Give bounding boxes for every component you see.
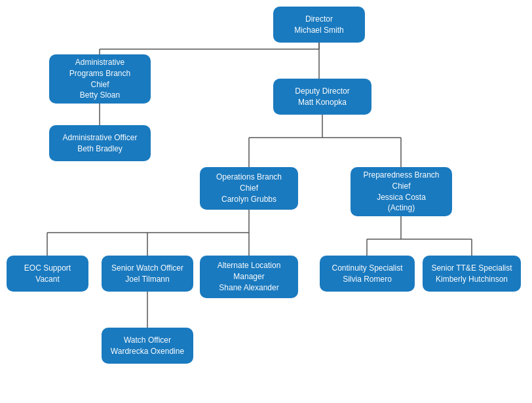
- operations-node: Operations Branch Chief Carolyn Grubbs: [200, 167, 298, 210]
- continuity-node: Continuity Specialist Silvia Romero: [320, 256, 415, 292]
- director-node: Director Michael Smith: [273, 7, 365, 43]
- senior-watch-node: Senior Watch Officer Joel Tilmann: [102, 256, 193, 292]
- org-chart: Director Michael Smith Deputy Director M…: [0, 0, 532, 403]
- admin-programs-node: Administrative Programs Branch Chief Bet…: [49, 54, 151, 104]
- watch-officer-node: Watch Officer Wardrecka Oxendine: [102, 328, 193, 364]
- preparedness-node: Preparedness Branch Chief Jessica Costa …: [351, 167, 452, 216]
- alt-location-node: Alternate Location Manager Shane Alexand…: [200, 256, 298, 298]
- senior-tte-node: Senior TT&E Specialist Kimberly Hutchins…: [423, 256, 521, 292]
- admin-officer-node: Administrative Officer Beth Bradley: [49, 125, 151, 161]
- eoc-support-node: EOC Support Vacant: [7, 256, 88, 292]
- deputy-director-node: Deputy Director Matt Konopka: [273, 79, 371, 115]
